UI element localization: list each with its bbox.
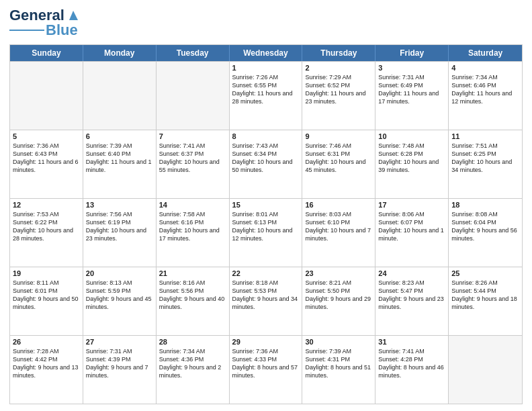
cell-info: Sunrise: 7:53 AM Sunset: 6:22 PM Dayligh… xyxy=(13,210,80,243)
calendar-row: 12Sunrise: 7:53 AM Sunset: 6:22 PM Dayli… xyxy=(10,198,522,267)
calendar-cell: 11Sunrise: 7:51 AM Sunset: 6:25 PM Dayli… xyxy=(449,130,522,198)
day-number: 7 xyxy=(159,132,226,140)
day-number: 16 xyxy=(305,201,372,209)
day-number: 27 xyxy=(86,338,153,346)
day-number: 31 xyxy=(378,338,445,346)
day-number: 2 xyxy=(305,64,372,72)
logo-text-blue: Blue xyxy=(46,21,78,39)
cell-info: Sunrise: 7:26 AM Sunset: 6:55 PM Dayligh… xyxy=(232,73,300,106)
cell-info: Sunrise: 8:11 AM Sunset: 6:01 PM Dayligh… xyxy=(13,279,80,312)
calendar-cell: 8Sunrise: 7:43 AM Sunset: 6:34 PM Daylig… xyxy=(230,130,303,198)
calendar-cell: 26Sunrise: 7:28 AM Sunset: 4:42 PM Dayli… xyxy=(10,336,83,404)
cell-info: Sunrise: 8:13 AM Sunset: 5:59 PM Dayligh… xyxy=(86,279,153,312)
day-number: 21 xyxy=(159,269,226,277)
cell-info: Sunrise: 8:01 AM Sunset: 6:13 PM Dayligh… xyxy=(232,210,300,243)
calendar-cell: 7Sunrise: 7:41 AM Sunset: 6:37 PM Daylig… xyxy=(157,130,230,198)
day-number: 5 xyxy=(13,132,80,140)
day-number: 6 xyxy=(86,132,153,140)
day-number: 18 xyxy=(451,201,519,209)
cell-info: Sunrise: 7:41 AM Sunset: 4:28 PM Dayligh… xyxy=(378,347,445,380)
calendar-cell: 22Sunrise: 8:18 AM Sunset: 5:53 PM Dayli… xyxy=(230,267,303,335)
calendar-header-cell: Thursday xyxy=(302,45,375,61)
day-number: 10 xyxy=(378,132,445,140)
calendar-cell: 3Sunrise: 7:31 AM Sunset: 6:49 PM Daylig… xyxy=(375,62,449,130)
calendar-cell: 24Sunrise: 8:23 AM Sunset: 5:47 PM Dayli… xyxy=(375,267,449,335)
calendar-header-cell: Monday xyxy=(83,45,157,61)
cell-info: Sunrise: 8:08 AM Sunset: 6:04 PM Dayligh… xyxy=(451,210,519,243)
calendar-cell: 19Sunrise: 8:11 AM Sunset: 6:01 PM Dayli… xyxy=(10,267,83,335)
calendar-cell xyxy=(83,62,157,130)
day-number: 30 xyxy=(305,338,372,346)
calendar-cell: 25Sunrise: 8:26 AM Sunset: 5:44 PM Dayli… xyxy=(449,267,522,335)
calendar-cell xyxy=(10,62,83,130)
day-number: 1 xyxy=(232,64,300,72)
calendar-cell: 2Sunrise: 7:29 AM Sunset: 6:52 PM Daylig… xyxy=(302,62,375,130)
header: General Blue xyxy=(9,7,523,39)
cell-info: Sunrise: 7:29 AM Sunset: 6:52 PM Dayligh… xyxy=(305,73,372,106)
day-number: 14 xyxy=(159,201,226,209)
calendar-cell: 15Sunrise: 8:01 AM Sunset: 6:13 PM Dayli… xyxy=(230,199,303,267)
day-number: 19 xyxy=(13,269,80,277)
cell-info: Sunrise: 8:03 AM Sunset: 6:10 PM Dayligh… xyxy=(305,210,372,243)
day-number: 28 xyxy=(159,338,226,346)
calendar-row: 5Sunrise: 7:36 AM Sunset: 6:43 PM Daylig… xyxy=(10,130,522,198)
calendar-row: 1Sunrise: 7:26 AM Sunset: 6:55 PM Daylig… xyxy=(10,61,522,130)
day-number: 20 xyxy=(86,269,153,277)
cell-info: Sunrise: 7:41 AM Sunset: 6:37 PM Dayligh… xyxy=(159,142,226,175)
calendar-row: 19Sunrise: 8:11 AM Sunset: 6:01 PM Dayli… xyxy=(10,267,522,335)
day-number: 26 xyxy=(13,338,80,346)
cell-info: Sunrise: 7:56 AM Sunset: 6:19 PM Dayligh… xyxy=(86,210,153,243)
calendar-row: 26Sunrise: 7:28 AM Sunset: 4:42 PM Dayli… xyxy=(10,335,522,404)
cell-info: Sunrise: 7:43 AM Sunset: 6:34 PM Dayligh… xyxy=(232,142,300,175)
calendar-header: SundayMondayTuesdayWednesdayThursdayFrid… xyxy=(10,45,522,61)
day-number: 24 xyxy=(378,269,445,277)
calendar-header-cell: Tuesday xyxy=(157,45,230,61)
cell-info: Sunrise: 7:36 AM Sunset: 6:43 PM Dayligh… xyxy=(13,142,80,175)
cell-info: Sunrise: 8:18 AM Sunset: 5:53 PM Dayligh… xyxy=(232,279,300,312)
cell-info: Sunrise: 7:51 AM Sunset: 6:25 PM Dayligh… xyxy=(451,142,519,175)
page-container: General Blue SundayMondayTuesdayWednesda… xyxy=(0,0,532,411)
calendar-cell: 17Sunrise: 8:06 AM Sunset: 6:07 PM Dayli… xyxy=(375,199,449,267)
cell-info: Sunrise: 8:23 AM Sunset: 5:47 PM Dayligh… xyxy=(378,279,445,312)
cell-info: Sunrise: 8:21 AM Sunset: 5:50 PM Dayligh… xyxy=(305,279,372,312)
cell-info: Sunrise: 7:39 AM Sunset: 4:31 PM Dayligh… xyxy=(305,347,372,380)
calendar-cell: 27Sunrise: 7:31 AM Sunset: 4:39 PM Dayli… xyxy=(83,336,157,404)
calendar-body: 1Sunrise: 7:26 AM Sunset: 6:55 PM Daylig… xyxy=(10,61,522,404)
cell-info: Sunrise: 7:48 AM Sunset: 6:28 PM Dayligh… xyxy=(378,142,445,175)
cell-info: Sunrise: 7:46 AM Sunset: 6:31 PM Dayligh… xyxy=(305,142,372,175)
calendar-cell: 29Sunrise: 7:36 AM Sunset: 4:33 PM Dayli… xyxy=(230,336,303,404)
logo: General Blue xyxy=(9,7,81,39)
cell-info: Sunrise: 7:31 AM Sunset: 4:39 PM Dayligh… xyxy=(86,347,153,380)
cell-info: Sunrise: 7:34 AM Sunset: 6:46 PM Dayligh… xyxy=(451,73,519,106)
calendar-cell: 1Sunrise: 7:26 AM Sunset: 6:55 PM Daylig… xyxy=(230,62,303,130)
day-number: 8 xyxy=(232,132,300,140)
cell-info: Sunrise: 7:39 AM Sunset: 6:40 PM Dayligh… xyxy=(86,142,153,175)
cell-info: Sunrise: 7:34 AM Sunset: 4:36 PM Dayligh… xyxy=(159,347,226,380)
calendar-cell: 20Sunrise: 8:13 AM Sunset: 5:59 PM Dayli… xyxy=(83,267,157,335)
day-number: 9 xyxy=(305,132,372,140)
calendar-header-cell: Wednesday xyxy=(230,45,303,61)
calendar-cell: 21Sunrise: 8:16 AM Sunset: 5:56 PM Dayli… xyxy=(157,267,230,335)
calendar-header-cell: Saturday xyxy=(449,45,522,61)
calendar-cell: 4Sunrise: 7:34 AM Sunset: 6:46 PM Daylig… xyxy=(449,62,522,130)
day-number: 13 xyxy=(86,201,153,209)
calendar-cell xyxy=(449,336,522,404)
calendar-cell: 9Sunrise: 7:46 AM Sunset: 6:31 PM Daylig… xyxy=(302,130,375,198)
calendar-cell: 5Sunrise: 7:36 AM Sunset: 6:43 PM Daylig… xyxy=(10,130,83,198)
calendar-cell: 10Sunrise: 7:48 AM Sunset: 6:28 PM Dayli… xyxy=(375,130,449,198)
calendar-cell: 16Sunrise: 8:03 AM Sunset: 6:10 PM Dayli… xyxy=(302,199,375,267)
cell-info: Sunrise: 8:16 AM Sunset: 5:56 PM Dayligh… xyxy=(159,279,226,312)
calendar-cell: 14Sunrise: 7:58 AM Sunset: 6:16 PM Dayli… xyxy=(157,199,230,267)
day-number: 25 xyxy=(451,269,519,277)
calendar-cell: 31Sunrise: 7:41 AM Sunset: 4:28 PM Dayli… xyxy=(375,336,449,404)
calendar-cell: 30Sunrise: 7:39 AM Sunset: 4:31 PM Dayli… xyxy=(302,336,375,404)
day-number: 3 xyxy=(378,64,445,72)
cell-info: Sunrise: 7:58 AM Sunset: 6:16 PM Dayligh… xyxy=(159,210,226,243)
calendar-cell: 23Sunrise: 8:21 AM Sunset: 5:50 PM Dayli… xyxy=(302,267,375,335)
cell-info: Sunrise: 7:31 AM Sunset: 6:49 PM Dayligh… xyxy=(378,73,445,106)
day-number: 15 xyxy=(232,201,300,209)
calendar-cell xyxy=(157,62,230,130)
calendar: SundayMondayTuesdayWednesdayThursdayFrid… xyxy=(9,44,523,404)
svg-marker-0 xyxy=(69,11,78,20)
cell-info: Sunrise: 8:06 AM Sunset: 6:07 PM Dayligh… xyxy=(378,210,445,243)
